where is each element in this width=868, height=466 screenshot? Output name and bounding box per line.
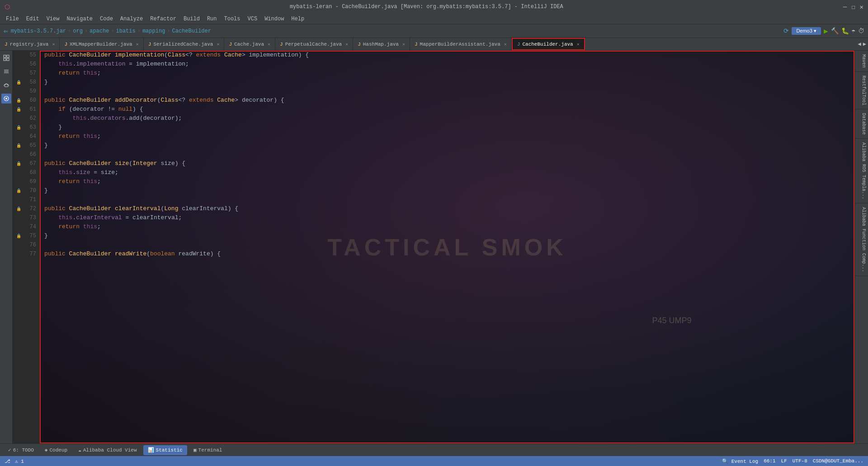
line-57: 57	[13, 69, 40, 78]
window-title: mybatis-leran - CacheBuilder.java [Maven…	[10, 4, 843, 10]
bottom-tab-alibaba-cloud[interactable]: ☁ Alibaba Cloud View	[74, 445, 141, 455]
line-73: 73	[13, 213, 40, 222]
menu-run[interactable]: Run	[203, 14, 221, 24]
tab-icon-registry: J	[5, 42, 8, 47]
panel-database[interactable]: Database	[855, 109, 868, 139]
code-line-71	[40, 195, 854, 204]
menu-file[interactable]: File	[2, 14, 23, 24]
profile-icon[interactable]: ⏱	[858, 28, 864, 35]
line-number-gutter: 55 56 57 🔒58 59 🔒60 🔒61 62 🔒63 64 🔒65 66	[13, 51, 40, 443]
tab-close-serialized[interactable]: ✕	[217, 42, 219, 47]
minimize-button[interactable]: —	[843, 3, 847, 11]
menu-vcs[interactable]: VCS	[244, 14, 261, 24]
back-icon[interactable]: ⇐	[4, 27, 8, 36]
todo-icon: ✓	[8, 447, 11, 453]
coverage-icon[interactable]: ☂	[852, 27, 855, 35]
line-60: 🔒60	[13, 96, 40, 105]
sidebar-active-icon[interactable]	[1, 94, 11, 104]
tab-cache[interactable]: J Cache.java ✕	[224, 38, 275, 50]
tab-serialized[interactable]: J SerializedCache.java ✕	[144, 38, 225, 50]
maximize-button[interactable]: ☐	[851, 3, 855, 11]
bottom-tab-statistic[interactable]: 📊 Statistic	[143, 445, 187, 455]
panel-restfultool[interactable]: RestfulTool	[855, 72, 868, 109]
tab-close-mapperbuilder[interactable]: ✕	[504, 42, 507, 47]
menu-navigate[interactable]: Navigate	[63, 14, 96, 24]
tab-scroll-left[interactable]: ◀	[858, 41, 861, 47]
code-line-75: }	[40, 231, 854, 240]
tab-icon-cache: J	[229, 42, 232, 47]
tab-icon-hashmap: J	[358, 42, 361, 47]
tab-scroll-right[interactable]: ▶	[863, 41, 866, 47]
breadcrumb-class: CacheBuilder	[172, 28, 211, 34]
line-56: 56	[13, 60, 40, 69]
menu-window[interactable]: Window	[261, 14, 288, 24]
tab-close-cache[interactable]: ✕	[268, 42, 270, 47]
svg-point-7	[4, 84, 9, 87]
sidebar-structure[interactable]	[1, 66, 11, 76]
tab-close-perpetual[interactable]: ✕	[345, 42, 348, 47]
tab-mapperbuilder[interactable]: J MapperBuilderAssistant.java ✕	[410, 38, 512, 50]
app-logo: ⬡	[5, 3, 10, 11]
right-sidebar: Maven RestfulTool Database Alibaba RO5 T…	[854, 51, 868, 443]
bottom-tab-todo[interactable]: ✓ 6: TODO	[4, 445, 38, 455]
tab-hashmap[interactable]: J HashMap.java ✕	[353, 38, 410, 50]
menu-code[interactable]: Code	[96, 14, 117, 24]
line-66: 66	[13, 150, 40, 159]
tab-close-cachebuilder[interactable]: ✕	[577, 42, 580, 47]
run-config-button[interactable]: Demo3 ▾	[792, 27, 821, 35]
line-71: 71	[13, 195, 40, 204]
menu-analyze[interactable]: Analyze	[117, 14, 146, 24]
panel-maven[interactable]: Maven	[855, 51, 868, 72]
tab-close-hashmap[interactable]: ✕	[402, 42, 405, 47]
panel-alibaba-ros[interactable]: Alibaba RO5 Templa...	[855, 139, 868, 203]
code-line-58: }	[40, 78, 854, 87]
code-line-68: this.size = size;	[40, 168, 854, 177]
tab-close-xmlmapper[interactable]: ✕	[136, 42, 139, 47]
run-icon[interactable]: ▶	[824, 27, 828, 36]
code-line-56: this.implementation = implementation;	[40, 60, 854, 69]
breadcrumb-apache[interactable]: apache	[90, 28, 109, 34]
git-branch-icon: ⎇	[5, 458, 10, 464]
bottom-tab-terminal[interactable]: ▣ Terminal	[189, 445, 226, 455]
left-sidebar	[0, 51, 13, 443]
terminal-icon: ▣	[193, 447, 197, 453]
tab-close-registry[interactable]: ✕	[52, 42, 55, 47]
status-bar: ⎇ ⚠ 1 🔍 Event Log 66:1 LF UTF-8 CSDN@GDU…	[0, 456, 868, 466]
sidebar-cloud-explorer[interactable]	[1, 80, 11, 90]
title-left: ⬡	[5, 3, 10, 11]
code-container[interactable]: TACTICAL SMOK P45 UMP9 public CacheBuild…	[40, 51, 854, 443]
titlebar: ⬡ mybatis-leran - CacheBuilder.java [Mav…	[0, 0, 868, 14]
menu-build[interactable]: Build	[180, 14, 203, 24]
breadcrumb-org[interactable]: org	[73, 28, 83, 34]
charset[interactable]: UTF-8	[793, 458, 807, 464]
tab-xmlmapper[interactable]: J XMLMapperBuilder.java ✕	[60, 38, 143, 50]
line-ending[interactable]: LF	[781, 458, 787, 464]
bottom-tab-codeup[interactable]: ◈ Codeup	[40, 445, 72, 455]
status-right: 🔍 Event Log 66:1 LF UTF-8 CSDN@GDUT_Emba…	[722, 458, 863, 464]
menu-edit[interactable]: Edit	[23, 14, 43, 24]
tab-perpetual[interactable]: J PerpetualCache.java ✕	[275, 38, 353, 50]
position-indicator[interactable]: 66:1	[764, 458, 775, 464]
code-line-57: return this;	[40, 69, 854, 78]
sidebar-project[interactable]	[1, 53, 11, 63]
svg-rect-3	[7, 58, 9, 61]
code-lines[interactable]: public CacheBuilder implementation(Class…	[40, 51, 854, 443]
menu-refactor[interactable]: Refactor	[146, 14, 180, 24]
build-icon[interactable]: 🔨	[831, 27, 839, 35]
menu-help[interactable]: Help	[288, 14, 308, 24]
tab-cachebuilder[interactable]: J CacheBuilder.java ✕	[512, 38, 585, 50]
debug-icon[interactable]: 🐛	[841, 27, 849, 35]
sync-icon[interactable]: ⟳	[783, 27, 789, 35]
breadcrumb-ibatis[interactable]: ibatis	[116, 28, 136, 34]
tab-icon-serialized: J	[148, 42, 151, 47]
menu-view[interactable]: View	[43, 14, 63, 24]
breadcrumb-jar[interactable]: mybatis-3.5.7.jar	[11, 28, 66, 34]
git-info: CSDN@GDUT_Emba...	[813, 458, 863, 464]
close-button[interactable]: ✕	[860, 3, 863, 11]
tab-registry[interactable]: J registry.java ✕	[0, 38, 60, 50]
tab-icon-xmlmapper: J	[64, 42, 67, 47]
breadcrumb-mapping[interactable]: mapping	[142, 28, 165, 34]
panel-alibaba-function[interactable]: Alibaba Function Comp...	[855, 203, 868, 276]
event-log[interactable]: 🔍 Event Log	[722, 458, 758, 464]
menu-tools[interactable]: Tools	[221, 14, 244, 24]
